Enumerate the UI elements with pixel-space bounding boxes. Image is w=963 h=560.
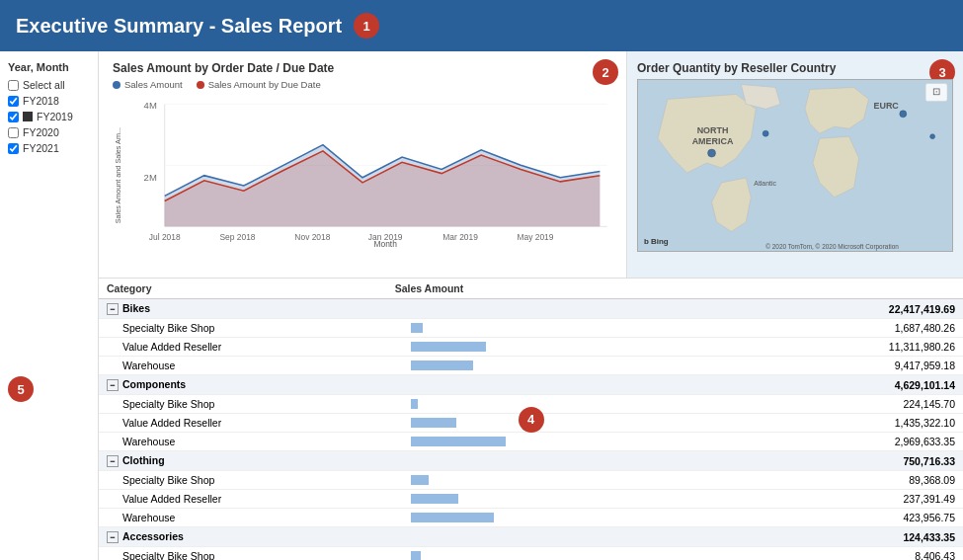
table-row: Warehouse 2,969,633.35	[99, 433, 963, 451]
bar-fill	[411, 418, 457, 428]
table-panel: 4 Category Sales Amount −Bikes 22,417,41…	[99, 279, 963, 560]
svg-text:Month: Month	[373, 239, 397, 247]
category-bar	[387, 375, 716, 395]
svg-text:4M: 4M	[144, 101, 157, 112]
category-amount: 750,716.33	[716, 451, 963, 471]
table-row: Warehouse 9,417,959.18	[99, 357, 963, 375]
sub-category-name: Warehouse	[99, 433, 387, 451]
chart-legend: Sales Amount Sales Amount by Due Date	[113, 79, 612, 90]
svg-text:⊡: ⊡	[932, 86, 940, 97]
category-name: −Bikes	[99, 299, 387, 319]
badge-1: 1	[354, 13, 379, 39]
chart-panel: Sales Amount by Order Date / Due Date 2 …	[99, 51, 627, 278]
header: Executive Summary - Sales Report 1	[0, 0, 963, 51]
table-row-category: −Bikes 22,417,419.69	[99, 299, 963, 319]
expand-icon[interactable]: −	[107, 531, 119, 543]
table-row: Value Added Reseller 1,435,322.10	[99, 414, 963, 433]
sub-bar-cell	[387, 471, 716, 490]
bar-fill	[411, 475, 429, 485]
sub-amount: 89,368.09	[716, 471, 963, 490]
table-row-category: −Accessories 124,433.35	[99, 527, 963, 547]
col-header-bar: Sales Amount	[387, 279, 716, 299]
sub-bar-cell	[387, 357, 716, 375]
checkbox-fy2021[interactable]	[8, 143, 19, 154]
sidebar: Year, Month Select all FY2018 FY2019 FY2…	[0, 51, 99, 560]
sub-category-name: Specialty Bike Shop	[99, 395, 387, 414]
sidebar-item-fy2021[interactable]: FY2021	[8, 140, 90, 156]
sub-category-name: Value Added Reseller	[99, 414, 387, 433]
bar-container	[411, 549, 708, 560]
map-container: NORTH AMERICA EURC Atlantic ⊡	[637, 79, 953, 252]
col-header-category: Category	[99, 279, 387, 299]
legend-dot-due	[197, 81, 204, 89]
sidebar-item-selectall[interactable]: Select all	[8, 77, 90, 93]
checkbox-fy2020[interactable]	[8, 127, 19, 138]
sidebar-label-fy2018: FY2018	[23, 95, 59, 107]
table-row: Warehouse 423,956.75	[99, 509, 963, 527]
sidebar-title: Year, Month	[8, 61, 90, 73]
checkbox-selectall[interactable]	[8, 80, 19, 91]
sidebar-label-fy2019: FY2019	[37, 111, 73, 122]
sub-category-name: Value Added Reseller	[99, 338, 387, 357]
top-panels: Sales Amount by Order Date / Due Date 2 …	[99, 51, 963, 279]
bar-container	[411, 416, 708, 430]
checkbox-fy2019[interactable]	[8, 112, 19, 122]
sidebar-item-fy2018[interactable]: FY2018	[8, 93, 90, 109]
table-row-category: −Clothing 750,716.33	[99, 451, 963, 471]
bar-fill	[411, 360, 473, 370]
map-svg: NORTH AMERICA EURC Atlantic ⊡	[638, 80, 952, 251]
sub-amount: 423,956.75	[716, 509, 963, 527]
sales-table: Category Sales Amount −Bikes 22,417,419.…	[99, 279, 963, 560]
bar-fill	[411, 551, 422, 560]
sub-category-name: Warehouse	[99, 509, 387, 527]
content: Sales Amount by Order Date / Due Date 2 …	[99, 51, 963, 560]
svg-marker-7	[165, 151, 601, 226]
bar-fill	[411, 342, 487, 352]
legend-label-sales: Sales Amount	[124, 79, 183, 90]
chart-title: Sales Amount by Order Date / Due Date	[113, 61, 612, 75]
sidebar-label-selectall: Select all	[23, 79, 65, 91]
svg-text:May 2019: May 2019	[517, 232, 553, 242]
svg-text:2M: 2M	[144, 172, 157, 183]
chart-svg: 4M 2M	[113, 94, 612, 247]
category-amount: 124,433.35	[716, 527, 963, 547]
bar-container	[411, 473, 708, 487]
sub-bar-cell	[387, 338, 716, 357]
svg-text:Sales Amount and Sales Am...: Sales Amount and Sales Am...	[114, 127, 122, 223]
table-row: Specialty Bike Shop 224,145.70	[99, 395, 963, 414]
svg-point-21	[708, 149, 716, 157]
svg-text:b Bing: b Bing	[644, 237, 669, 246]
map-background: NORTH AMERICA EURC Atlantic ⊡	[638, 80, 952, 251]
category-amount: 4,629,101.14	[716, 375, 963, 395]
category-bar	[387, 299, 716, 319]
sub-bar-cell	[387, 547, 716, 561]
legend-label-due: Sales Amount by Due Date	[208, 79, 321, 90]
bar-fill	[411, 437, 506, 446]
svg-text:Mar 2019: Mar 2019	[442, 232, 478, 242]
bar-fill	[411, 513, 494, 522]
sidebar-label-fy2020: FY2020	[23, 126, 59, 138]
svg-text:Sep 2018: Sep 2018	[219, 232, 255, 242]
sub-amount: 2,969,633.35	[716, 433, 963, 451]
category-name: −Clothing	[99, 451, 387, 471]
svg-text:AMERICA: AMERICA	[692, 136, 734, 146]
sidebar-label-fy2021: FY2021	[23, 142, 59, 154]
sub-amount: 11,311,980.26	[716, 338, 963, 357]
expand-icon[interactable]: −	[107, 303, 119, 315]
table-row: Value Added Reseller 11,311,980.26	[99, 338, 963, 357]
svg-text:© 2020 TomTom, © 2020 Microsof: © 2020 TomTom, © 2020 Microsoft Corporat…	[765, 243, 899, 251]
sidebar-item-fy2019[interactable]: FY2019	[8, 109, 90, 124]
bar-fill	[411, 399, 419, 409]
sub-category-name: Value Added Reseller	[99, 490, 387, 509]
sidebar-item-fy2020[interactable]: FY2020	[8, 124, 90, 140]
bar-container	[411, 492, 708, 506]
expand-icon[interactable]: −	[107, 455, 119, 467]
legend-item-sales: Sales Amount	[113, 79, 183, 90]
sub-amount: 1,435,322.10	[716, 414, 963, 433]
page-title: Executive Summary - Sales Report	[16, 15, 342, 38]
col-header-amount	[716, 279, 963, 299]
expand-icon[interactable]: −	[107, 379, 119, 391]
checkbox-fy2018[interactable]	[8, 96, 19, 107]
sub-amount: 9,417,959.18	[716, 357, 963, 375]
bar-fill	[411, 323, 423, 333]
